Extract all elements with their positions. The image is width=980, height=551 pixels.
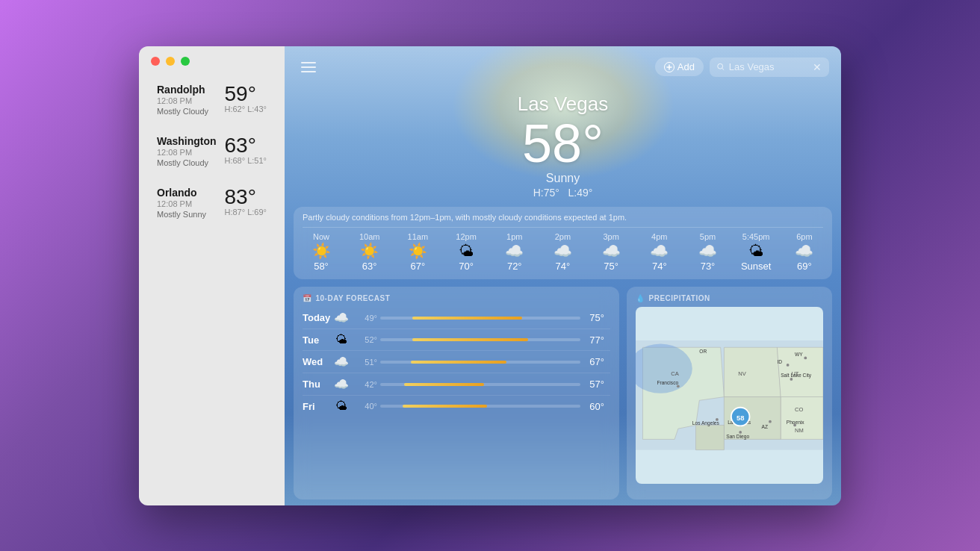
close-button[interactable] bbox=[151, 57, 160, 66]
svg-text:ID: ID bbox=[777, 359, 782, 364]
svg-point-22 bbox=[769, 420, 772, 423]
forecast-row-3: Thu ☁️ 42° 57° bbox=[303, 373, 610, 396]
hero-high: H:75° bbox=[533, 187, 559, 199]
titlebar bbox=[139, 46, 285, 73]
hour-item-10: 6pm ☁️ 69° bbox=[786, 232, 823, 272]
sidebar: Randolph 12:08 PM Mostly Cloudy 59° H:62… bbox=[139, 46, 285, 505]
forecast-title: 📅 10-DAY FORECAST bbox=[303, 294, 610, 302]
app-window: Randolph 12:08 PM Mostly Cloudy 59° H:62… bbox=[139, 46, 841, 505]
hero-low: L:49° bbox=[568, 187, 592, 199]
svg-text:Salt Lake City: Salt Lake City bbox=[781, 373, 812, 379]
sidebar-city-0[interactable]: Randolph 12:08 PM Mostly Cloudy 59° H:62… bbox=[145, 75, 279, 125]
hero-city-name: Las Vegas bbox=[285, 93, 841, 116]
sidebar-city-2[interactable]: Orlando 12:08 PM Mostly Sunny 83° H:87° … bbox=[145, 178, 279, 228]
svg-rect-1 bbox=[301, 66, 316, 68]
hour-item-8: 5pm ☁️ 73° bbox=[689, 232, 727, 272]
city-list: Randolph 12:08 PM Mostly Cloudy 59° H:62… bbox=[139, 73, 285, 505]
hour-item-0: Now ☀️ 58° bbox=[303, 232, 340, 272]
svg-text:Los Angeles: Los Angeles bbox=[692, 421, 720, 427]
toolbar-right: Add Las Vegas ✕ bbox=[655, 57, 829, 77]
svg-point-30 bbox=[804, 357, 807, 360]
svg-text:AZ: AZ bbox=[762, 424, 768, 429]
svg-rect-2 bbox=[301, 71, 316, 72]
svg-text:58: 58 bbox=[736, 414, 745, 422]
svg-point-33 bbox=[790, 378, 793, 381]
minimize-button[interactable] bbox=[166, 57, 175, 66]
svg-text:OR: OR bbox=[699, 349, 707, 354]
svg-text:San Diego: San Diego bbox=[726, 434, 749, 440]
svg-point-28 bbox=[787, 364, 790, 367]
hour-item-3: 12pm 🌤 70° bbox=[447, 232, 485, 272]
hour-item-7: 4pm ☁️ 74° bbox=[641, 232, 678, 272]
calendar-icon: 📅 bbox=[303, 294, 312, 302]
svg-rect-0 bbox=[301, 62, 316, 63]
forecast-row-4: Fri 🌤 40° 60° bbox=[303, 396, 610, 417]
hero-condition: Sunny bbox=[285, 172, 841, 185]
svg-text:NV: NV bbox=[738, 370, 746, 377]
svg-text:Francisco: Francisco bbox=[657, 381, 678, 386]
add-button[interactable]: Add bbox=[655, 57, 704, 76]
svg-text:CA: CA bbox=[671, 370, 679, 377]
search-bar[interactable]: Las Vegas ✕ bbox=[710, 57, 829, 77]
hour-item-5: 2pm ☁️ 74° bbox=[544, 232, 581, 272]
hero-hi-low: H:75° L:49° bbox=[285, 187, 841, 199]
svg-text:NM: NM bbox=[795, 427, 804, 434]
svg-text:CO: CO bbox=[795, 406, 803, 413]
precipitation-map[interactable]: CA NV UT CO AZ NM Francisco Los Angeles … bbox=[636, 307, 823, 483]
add-label: Add bbox=[677, 61, 695, 72]
hour-item-6: 3pm ☁️ 75° bbox=[592, 232, 630, 272]
hour-item-4: 1pm ☁️ 72° bbox=[496, 232, 533, 272]
precip-title: 💧 PRECIPITATION bbox=[636, 294, 823, 302]
hero-section: Las Vegas 58° Sunny H:75° L:49° bbox=[285, 85, 841, 203]
svg-text:WY: WY bbox=[795, 352, 803, 357]
hour-item-1: 10am ☀️ 63° bbox=[351, 232, 388, 272]
forecast-row-1: Tue 🌤 52° 77° bbox=[303, 329, 610, 351]
maximize-button[interactable] bbox=[181, 57, 190, 66]
sidebar-toggle-button[interactable] bbox=[297, 55, 320, 79]
search-clear-icon[interactable]: ✕ bbox=[813, 61, 822, 73]
hero-temperature: 58° bbox=[285, 116, 841, 172]
hour-item-2: 11am ☀️ 67° bbox=[399, 232, 436, 272]
hourly-description: Partly cloudy conditions from 12pm–1pm, … bbox=[303, 213, 823, 228]
forecast-row-0: Today ☁️ 49° 75° bbox=[303, 307, 610, 329]
svg-text:Phoenix: Phoenix bbox=[787, 420, 805, 425]
precipitation-panel: 💧 PRECIPITATION bbox=[627, 287, 832, 499]
svg-point-6 bbox=[718, 63, 723, 69]
hourly-row: Now ☀️ 58° 10am ☀️ 63° 11am ☀️ 67° 12pm … bbox=[303, 232, 823, 272]
forecast-row-2: Wed ☁️ 51° 67° bbox=[303, 351, 610, 373]
hour-item-9: 5:45pm 🌤 Sunset bbox=[737, 232, 775, 272]
main-toolbar: Add Las Vegas ✕ bbox=[285, 46, 841, 85]
forecast-panel: 📅 10-DAY FORECAST Today ☁️ 49° 75° Tue 🌤… bbox=[294, 287, 619, 499]
precip-icon: 💧 bbox=[636, 294, 645, 302]
bottom-panels: 📅 10-DAY FORECAST Today ☁️ 49° 75° Tue 🌤… bbox=[294, 287, 832, 499]
main-panel: Add Las Vegas ✕ Las Vegas 58° Sunny H:75… bbox=[285, 46, 841, 505]
sidebar-city-1[interactable]: Washington 12:08 PM Mostly Cloudy 63° H:… bbox=[145, 126, 279, 176]
svg-line-7 bbox=[722, 68, 724, 69]
forecast-list: Today ☁️ 49° 75° Tue 🌤 52° 77° Wed ☁️ 51… bbox=[303, 307, 610, 417]
search-input[interactable]: Las Vegas bbox=[729, 61, 808, 72]
hourly-section: Partly cloudy conditions from 12pm–1pm, … bbox=[294, 207, 832, 279]
